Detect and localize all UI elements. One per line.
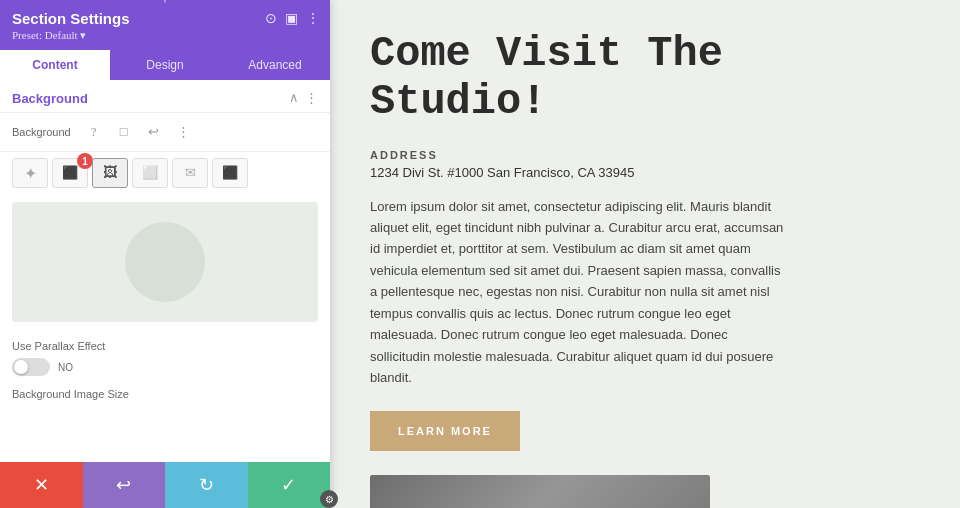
body-text: Lorem ipsum dolor sit amet, consectetur … — [370, 196, 790, 389]
toggle-knob — [14, 360, 28, 374]
address-label: ADDRESS — [370, 149, 920, 161]
bg-help-icon[interactable]: ? — [83, 121, 105, 143]
image-overlay — [370, 475, 710, 508]
more-icon[interactable]: ⋮ — [306, 10, 320, 27]
panel-tabs: Content Design Advanced — [0, 50, 330, 80]
panel-header-icons: ⊙ ▣ ⋮ — [265, 10, 320, 27]
bg-label: Background — [12, 126, 71, 138]
tab-advanced[interactable]: Advanced — [220, 50, 330, 80]
parallax-section: Use Parallax Effect NO — [0, 330, 330, 382]
tab-design[interactable]: Design — [110, 50, 220, 80]
bg-type-mask[interactable]: ⬛ — [212, 158, 248, 188]
reset-icon: ↩ — [116, 474, 131, 496]
parallax-toggle[interactable] — [12, 358, 50, 376]
bg-reset-icon[interactable]: ↩ — [143, 121, 165, 143]
color-icon: ✦ — [24, 164, 37, 183]
address-text: 1234 Divi St. #1000 San Francisco, CA 33… — [370, 165, 920, 180]
section-more-icon[interactable]: ⋮ — [305, 90, 318, 106]
learn-more-button[interactable]: LEARN MORE — [370, 411, 520, 451]
mask-icon: ⬛ — [222, 165, 238, 181]
panel-body: Background ∧ ⋮ Background ? □ ↩ ⋮ ✦ ⬛ 1 … — [0, 80, 330, 508]
visibility-icon[interactable]: ⊙ — [265, 10, 277, 27]
redo-icon: ↻ — [199, 474, 214, 496]
confirm-button[interactable]: ✓ — [248, 462, 331, 508]
parallax-toggle-row: NO — [12, 358, 318, 376]
bg-type-pattern[interactable]: ✉ — [172, 158, 208, 188]
toggle-value: NO — [58, 362, 73, 373]
badge-number: 1 — [77, 153, 93, 169]
image-icon: 🖼 — [103, 165, 117, 181]
pattern-icon: ✉ — [185, 165, 196, 181]
settings-panel: + Section Settings Preset: Default ▾ ⊙ ▣… — [0, 0, 330, 508]
cancel-button[interactable]: ✕ — [0, 462, 83, 508]
bg-type-video[interactable]: ⬜ — [132, 158, 168, 188]
bg-size-label: Background Image Size — [0, 382, 330, 402]
image-strip — [370, 475, 710, 508]
background-type-row: ✦ ⬛ 1 🖼 ⬜ ✉ ⬛ — [0, 152, 330, 194]
grid-icon[interactable]: ▣ — [285, 10, 298, 27]
video-icon: ⬜ — [142, 165, 158, 181]
gradient-icon: ⬛ — [62, 165, 78, 181]
redo-button[interactable]: ↻ — [165, 462, 248, 508]
bg-more-icon[interactable]: ⋮ — [173, 121, 195, 143]
action-bar: ✕ ↩ ↻ ✓ — [0, 462, 330, 508]
background-section-header: Background ∧ ⋮ — [0, 80, 330, 113]
section-header-icons: ∧ ⋮ — [289, 90, 318, 106]
bg-type-color[interactable]: ✦ — [12, 158, 48, 188]
tab-content[interactable]: Content — [0, 50, 110, 80]
content-area: Come Visit The Studio! ADDRESS 1234 Divi… — [330, 0, 960, 508]
background-controls-row: Background ? □ ↩ ⋮ — [0, 113, 330, 152]
cancel-icon: ✕ — [34, 474, 49, 496]
background-preview — [12, 202, 318, 322]
collapse-icon[interactable]: ∧ — [289, 90, 299, 106]
bg-copy-icon[interactable]: □ — [113, 121, 135, 143]
parallax-label: Use Parallax Effect — [12, 340, 318, 352]
reset-button[interactable]: ↩ — [83, 462, 166, 508]
background-section-title: Background — [12, 91, 88, 106]
corner-indicator: ⚙ — [320, 490, 338, 508]
bg-type-image[interactable]: 🖼 — [92, 158, 128, 188]
confirm-icon: ✓ — [281, 474, 296, 496]
page-title: Come Visit The Studio! — [370, 30, 920, 127]
bg-type-gradient[interactable]: ⬛ 1 — [52, 158, 88, 188]
panel-preset[interactable]: Preset: Default ▾ — [12, 29, 318, 42]
preview-shape — [125, 222, 205, 302]
